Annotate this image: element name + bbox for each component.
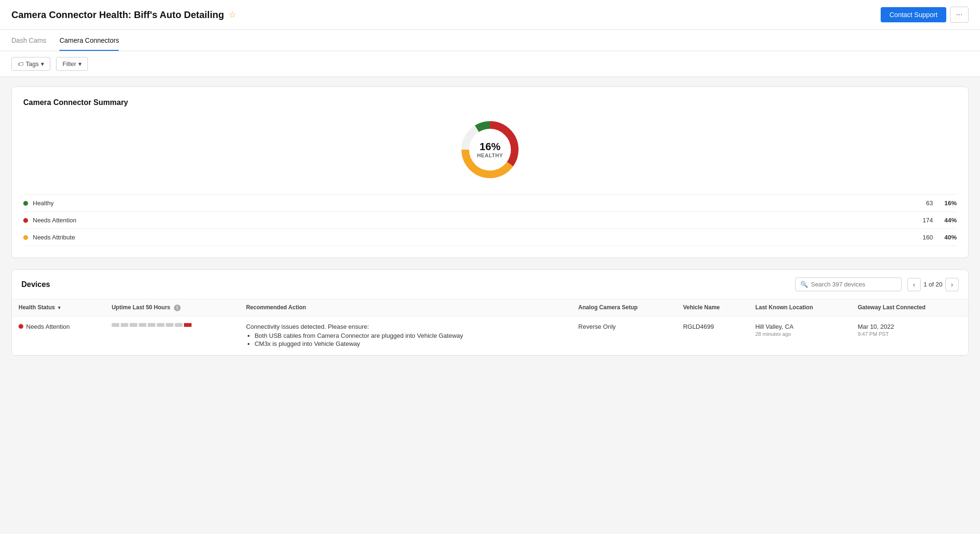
devices-controls: 🔍 ‹ 1 of 20 › (795, 277, 959, 291)
tags-filter-button[interactable]: 🏷 Tags ▾ (11, 57, 50, 71)
legend-name-needs-attention: Needs Attention (33, 217, 904, 224)
summary-card: Camera Connector Summary 16% HEALTHY (11, 86, 969, 258)
search-icon: 🔍 (800, 281, 808, 288)
cell-last-known-location: Hill Valley, CA 28 minutes ago (749, 316, 851, 355)
more-options-button[interactable]: ··· (950, 7, 969, 23)
col-gateway-last-connected: Gateway Last Connected (851, 299, 968, 316)
legend-pct-needs-attention: 44% (933, 217, 957, 224)
cell-gateway-last-connected: Mar 10, 2022 9:47 PM PST (851, 316, 968, 355)
col-health-status[interactable]: Health Status ▾ (12, 299, 105, 316)
tag-icon: 🏷 (18, 61, 23, 67)
uptime-seg (121, 323, 128, 327)
next-page-button[interactable]: › (945, 278, 959, 291)
table-body: Needs Attention (12, 316, 968, 355)
legend-name-healthy: Healthy (33, 200, 904, 207)
devices-table-wrapper: Health Status ▾ Uptime Last 50 Hours i R… (12, 299, 968, 355)
donut-percent: 16% (477, 141, 503, 153)
col-analog-camera-setup: Analog Camera Setup (572, 299, 676, 316)
legend-row-needs-attribute: Needs Attribute 160 40% (23, 229, 957, 246)
uptime-seg (148, 323, 155, 327)
uptime-seg-red (184, 323, 192, 327)
uptime-seg (166, 323, 173, 327)
status-dot (19, 324, 23, 329)
legend-dot-healthy (23, 201, 28, 206)
table-row: Needs Attention (12, 316, 968, 355)
legend-pct-healthy: 16% (933, 200, 957, 207)
cell-health-status: Needs Attention (12, 316, 105, 355)
pagination: ‹ 1 of 20 › (907, 278, 959, 291)
filters-bar: 🏷 Tags ▾ Filter ▾ (0, 51, 980, 77)
main-content: Camera Connector Summary 16% HEALTHY (0, 77, 980, 365)
cell-vehicle-name: RGLD4699 (676, 316, 749, 355)
cell-recommended-action: Connectivity issues detected. Please ens… (240, 316, 572, 355)
summary-title: Camera Connector Summary (23, 98, 957, 107)
chevron-down-icon: ▾ (41, 60, 44, 67)
tab-bar: Dash Cams Camera Connectors (0, 30, 980, 51)
list-item: CM3x is plugged into Vehicle Gateway (255, 340, 565, 347)
uptime-seg (112, 323, 119, 327)
page-title: Camera Connector Health: Biff's Auto Det… (11, 10, 224, 20)
previous-page-button[interactable]: ‹ (907, 278, 921, 291)
legend-count-needs-attribute: 160 (904, 234, 933, 241)
page-info: 1 of 20 (923, 281, 942, 288)
list-item: Both USB cables from Camera Connector ar… (255, 332, 565, 339)
page-header: Camera Connector Health: Biff's Auto Det… (0, 0, 980, 30)
favorite-star-icon[interactable]: ☆ (229, 10, 236, 20)
header-left: Camera Connector Health: Biff's Auto Det… (11, 10, 236, 20)
status-badge: Needs Attention (19, 323, 98, 330)
table-header: Health Status ▾ Uptime Last 50 Hours i R… (12, 299, 968, 316)
legend-row-needs-attention: Needs Attention 174 44% (23, 212, 957, 229)
recommended-action-list: Both USB cables from Camera Connector ar… (246, 332, 565, 347)
col-last-known-location: Last Known Location (749, 299, 851, 316)
col-uptime: Uptime Last 50 Hours i (105, 299, 240, 316)
uptime-bar (112, 323, 233, 327)
tab-camera-connectors[interactable]: Camera Connectors (59, 30, 119, 51)
contact-support-button[interactable]: Contact Support (881, 7, 946, 22)
legend-dot-needs-attention (23, 218, 28, 223)
legend-row-healthy: Healthy 63 16% (23, 195, 957, 212)
recommended-action: Connectivity issues detected. Please ens… (246, 323, 565, 347)
tab-dash-cams[interactable]: Dash Cams (11, 30, 46, 51)
uptime-seg (157, 323, 164, 327)
legend-count-healthy: 63 (904, 200, 933, 207)
legend-pct-needs-attribute: 40% (933, 234, 957, 241)
donut-label: HEALTHY (477, 153, 503, 158)
summary-legend: Healthy 63 16% Needs Attention 174 44% N… (23, 194, 957, 246)
donut-center: 16% HEALTHY (477, 141, 503, 158)
cell-uptime (105, 316, 240, 355)
chevron-down-icon: ▾ (78, 60, 82, 67)
uptime-seg (175, 323, 183, 327)
search-box[interactable]: 🔍 (795, 277, 902, 291)
info-icon[interactable]: i (174, 305, 181, 311)
uptime-seg (130, 323, 137, 327)
legend-count-needs-attention: 174 (904, 217, 933, 224)
filter-button[interactable]: Filter ▾ (56, 57, 88, 71)
col-vehicle-name: Vehicle Name (676, 299, 749, 316)
header-right: Contact Support ··· (881, 7, 969, 23)
devices-header: Devices 🔍 ‹ 1 of 20 › (12, 270, 968, 299)
sort-icon: ▾ (58, 305, 60, 310)
devices-title: Devices (21, 280, 50, 289)
search-input[interactable] (811, 281, 896, 288)
devices-section: Devices 🔍 ‹ 1 of 20 › (11, 269, 969, 356)
col-recommended-action: Recommended Action (240, 299, 572, 316)
devices-table: Health Status ▾ Uptime Last 50 Hours i R… (12, 299, 968, 355)
legend-dot-needs-attribute (23, 235, 28, 240)
cell-analog-camera-setup: Reverse Only (572, 316, 676, 355)
donut-chart-container: 16% HEALTHY (23, 116, 957, 183)
uptime-seg (139, 323, 146, 327)
legend-name-needs-attribute: Needs Attribute (33, 234, 904, 241)
donut-chart: 16% HEALTHY (457, 116, 523, 183)
